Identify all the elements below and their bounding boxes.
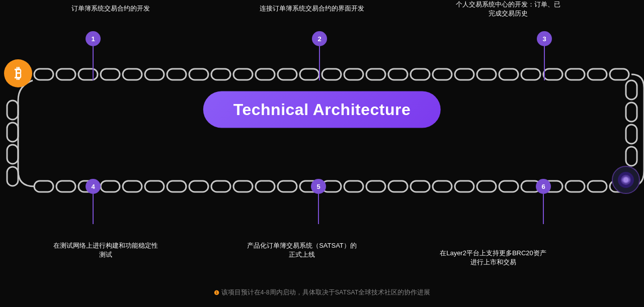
pin-circle-3: 3 <box>537 31 552 46</box>
title-badge: Technical Architecture <box>203 91 441 128</box>
pin-1: 1 <box>86 31 101 80</box>
bottom-label-4: 在测试网络上进行构建和功能稳定性测试 <box>50 241 161 259</box>
svg-rect-14 <box>344 69 363 80</box>
pin-circle-5: 5 <box>311 179 326 194</box>
svg-rect-5 <box>145 69 164 80</box>
info-icon: ❶ <box>214 289 219 296</box>
svg-rect-52 <box>477 181 496 192</box>
svg-rect-17 <box>411 69 430 80</box>
pin-5: 5 <box>311 179 326 224</box>
main-scene: .chain-link { fill: none; stroke: #d0d0d… <box>0 0 644 307</box>
svg-rect-7 <box>189 69 208 80</box>
svg-rect-4 <box>123 69 142 80</box>
bitcoin-icon: ₿ <box>4 59 32 87</box>
svg-rect-25 <box>588 69 607 80</box>
pin-circle-2: 2 <box>312 31 327 46</box>
pin-circle-6: 6 <box>536 179 551 194</box>
svg-rect-43 <box>278 181 297 192</box>
svg-rect-41 <box>233 181 253 192</box>
svg-rect-0 <box>34 69 53 80</box>
top-label-1: 订单簿系统交易合约的开发 <box>60 4 161 13</box>
svg-rect-27 <box>626 80 637 99</box>
pin-3: 3 <box>537 31 552 80</box>
svg-rect-47 <box>366 181 385 192</box>
footer-note: ❶ 该项目预计在4-8周内启动，具体取决于SATSAT全球技术社区的协作进展 <box>214 288 431 297</box>
svg-rect-46 <box>344 181 363 192</box>
svg-rect-3 <box>101 69 120 80</box>
svg-rect-61 <box>7 145 18 164</box>
svg-rect-39 <box>189 181 208 192</box>
svg-rect-36 <box>123 181 142 192</box>
svg-rect-29 <box>626 125 637 144</box>
svg-rect-1 <box>56 69 75 80</box>
svg-rect-6 <box>167 69 186 80</box>
svg-rect-19 <box>455 69 474 80</box>
svg-rect-53 <box>499 181 518 192</box>
svg-rect-49 <box>411 181 430 192</box>
svg-rect-51 <box>455 181 474 192</box>
svg-rect-40 <box>211 181 230 192</box>
svg-rect-9 <box>233 69 253 80</box>
satsat-icon <box>612 166 640 194</box>
svg-rect-10 <box>256 69 275 80</box>
svg-rect-37 <box>145 181 164 192</box>
svg-rect-59 <box>7 100 18 120</box>
pin-circle-4: 4 <box>86 179 101 194</box>
svg-rect-35 <box>101 181 120 192</box>
top-label-3: 个人交易系统中心的开发：订单、已完成交易历史 <box>453 0 564 18</box>
svg-rect-60 <box>7 123 18 142</box>
svg-rect-28 <box>626 103 637 122</box>
svg-rect-20 <box>477 69 496 80</box>
svg-rect-26 <box>610 69 629 80</box>
svg-rect-38 <box>167 181 186 192</box>
svg-rect-24 <box>566 69 585 80</box>
main-title: Technical Architecture <box>233 100 411 119</box>
svg-rect-33 <box>56 181 75 192</box>
svg-rect-15 <box>366 69 385 80</box>
footer-text: 该项目预计在4-8周内启动，具体取决于SATSAT全球技术社区的协作进展 <box>221 288 431 297</box>
svg-rect-42 <box>256 181 275 192</box>
svg-rect-50 <box>433 181 452 192</box>
bottom-label-6: 在Layer2平台上支持更多BRC20资产进行上市和交易 <box>438 249 548 267</box>
svg-rect-32 <box>34 181 53 192</box>
svg-rect-48 <box>388 181 408 192</box>
pin-2: 2 <box>312 31 327 80</box>
svg-rect-30 <box>626 147 637 166</box>
bottom-label-5: 产品化订单簿交易系统（SATSAT）的正式上线 <box>247 241 357 259</box>
svg-point-65 <box>623 177 628 182</box>
svg-rect-18 <box>433 69 452 80</box>
svg-rect-56 <box>566 181 585 192</box>
svg-rect-16 <box>388 69 408 80</box>
svg-rect-57 <box>588 181 607 192</box>
svg-rect-21 <box>499 69 518 80</box>
pin-6: 6 <box>536 179 551 224</box>
svg-rect-11 <box>278 69 297 80</box>
svg-rect-62 <box>7 167 18 186</box>
svg-rect-8 <box>211 69 230 80</box>
top-label-2: 连接订单簿系统交易合约的界面开发 <box>257 4 367 13</box>
pin-4: 4 <box>86 179 101 224</box>
pin-circle-1: 1 <box>86 31 101 46</box>
